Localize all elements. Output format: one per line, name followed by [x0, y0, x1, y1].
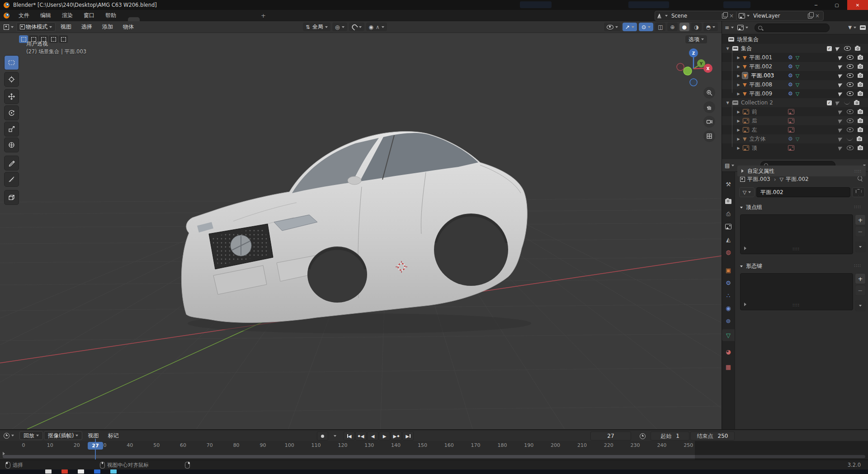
viewport-menu-item[interactable]: 物体 [118, 23, 139, 31]
tool-transform[interactable] [4, 137, 19, 152]
proportional-editing-toggle[interactable]: ◉∧ [366, 23, 387, 31]
select-mode-invert[interactable] [49, 35, 58, 43]
outliner-row-mesh[interactable]: ▶ ▼ 平面.001 ⚙▽ [722, 53, 868, 62]
tab-view-layer[interactable] [722, 221, 735, 232]
expand-icon[interactable]: ▶ [736, 128, 741, 132]
eye-icon[interactable] [847, 128, 854, 132]
pan-hand-icon[interactable] [703, 101, 715, 113]
expand-icon[interactable]: ▶ [736, 83, 741, 87]
viewport-canvas[interactable]: Z Y X [0, 33, 722, 429]
list-expand-icon[interactable] [744, 303, 746, 306]
new-viewlayer-icon[interactable] [808, 14, 812, 19]
eye-icon[interactable] [847, 146, 854, 150]
options-button[interactable]: 选项 [685, 35, 707, 43]
shape-keys-list[interactable]: :::: [740, 273, 853, 310]
add-shape-key-button[interactable]: + [855, 273, 866, 284]
outliner-row-mesh[interactable]: ▶ ▼ 平面.009 ⚙▽ [722, 89, 868, 98]
workspace-tab[interactable] [163, 17, 175, 21]
jump-to-start-button[interactable]: ◀ [344, 431, 355, 441]
expand-icon[interactable]: ▶ [736, 119, 741, 123]
next-keyframe-button[interactable]: ▶◆ [391, 431, 402, 441]
render-visibility-icon[interactable] [858, 146, 863, 150]
tab-constraints[interactable]: ⊚ [722, 315, 735, 327]
tool-scale[interactable] [4, 122, 19, 137]
outliner-row-image[interactable]: ▶ 左 [722, 125, 868, 134]
viewport-menu-item[interactable]: 添加 [97, 23, 118, 31]
overlays-toggle[interactable]: ⊙ [639, 23, 653, 31]
workspace-tab[interactable] [140, 17, 151, 21]
tab-scene[interactable]: ◭ [722, 233, 735, 245]
tab-output[interactable]: ⎙ [722, 208, 735, 220]
workspace-tab[interactable] [175, 17, 187, 21]
render-visibility-icon[interactable] [858, 119, 863, 123]
selectable-icon[interactable] [838, 145, 844, 151]
vertex-groups-list[interactable]: :::: [740, 214, 853, 254]
selectable-icon[interactable] [838, 127, 844, 133]
collapse-icon[interactable]: ▼ [726, 101, 730, 105]
shading-wireframe-button[interactable]: ⊕ [667, 23, 677, 31]
preview-range-clock-icon[interactable] [637, 432, 648, 440]
mode-dropdown[interactable]: 物体模式 [16, 22, 56, 32]
frame-start-field[interactable]: 起始1 [651, 431, 689, 441]
taskbar-app-icon[interactable] [61, 469, 68, 474]
outliner-row-image[interactable]: ▶ 前 [722, 107, 868, 116]
marker-menu[interactable]: 标记 [103, 432, 123, 440]
tool-move[interactable] [4, 89, 19, 104]
expand-icon[interactable]: ▶ [736, 92, 741, 96]
view-menu[interactable]: 视图 [83, 432, 103, 440]
eye-icon[interactable] [847, 109, 854, 114]
panel-vertex-groups[interactable]: 顶点组 [740, 204, 762, 211]
tab-material[interactable]: ◕ [722, 346, 735, 357]
remove-viewlayer-icon[interactable]: × [814, 13, 821, 19]
remove-shape-key-button[interactable]: − [855, 285, 866, 296]
eye-icon[interactable] [847, 73, 854, 78]
tool-cursor[interactable] [4, 72, 19, 87]
viewport-menu-item[interactable]: 选择 [76, 23, 97, 31]
breadcrumb-data[interactable]: 平面.002 [786, 175, 809, 183]
datablock-name-input[interactable]: 平面.002 [756, 187, 850, 197]
render-visibility-icon[interactable] [858, 83, 863, 87]
tool-measure[interactable] [4, 172, 19, 187]
taskbar-app-icon[interactable] [94, 469, 100, 474]
render-visibility-icon[interactable] [858, 74, 863, 78]
render-visibility-icon[interactable] [858, 110, 863, 114]
viewport-3d[interactable]: Z Y X 物体模式 视图选择添加物体 ⇅ 全局 ◎ [0, 21, 722, 429]
vertex-group-specials-button[interactable] [855, 242, 866, 252]
override-shield-icon[interactable] [852, 187, 865, 197]
tab-particles[interactable]: ∴ [722, 289, 735, 301]
minimize-button[interactable]: ─ [806, 0, 826, 10]
play-button[interactable]: ▶ [379, 431, 390, 441]
exclude-checkbox[interactable]: ✓ [827, 46, 832, 51]
tool-select-box[interactable] [4, 55, 19, 70]
display-mode-button[interactable] [737, 25, 748, 30]
workspace-tab[interactable] [187, 17, 198, 21]
workspace-tab[interactable] [128, 17, 140, 21]
filter-button[interactable]: ▼ [848, 25, 856, 30]
outliner-row-collection-2[interactable]: ▼ Collection 2 ✓ [722, 98, 868, 107]
eye-icon[interactable] [847, 64, 854, 69]
outliner-row-image[interactable]: ▶ 后 [722, 116, 868, 125]
viewlayer-selector[interactable]: ViewLayer × [736, 11, 824, 21]
keying-menu[interactable]: 抠像(插帧) [44, 431, 82, 440]
expand-icon[interactable]: ▶ [736, 65, 741, 69]
eye-icon[interactable] [847, 82, 854, 87]
outliner-row-scene-collection[interactable]: 场景集合 [722, 35, 868, 44]
shape-key-specials-button[interactable] [855, 300, 866, 311]
collapse-icon[interactable]: ▼ [726, 47, 730, 51]
tool-add-cube[interactable] [4, 190, 19, 205]
taskbar-app-icon[interactable] [110, 469, 117, 474]
editor-type-button[interactable]: ≡ [725, 25, 734, 30]
tab-world[interactable]: ◍ [722, 246, 735, 258]
outliner-row-collection[interactable]: ▼ 集合 ✓ [722, 44, 868, 53]
outliner-row-image[interactable]: ▶ 顶 [722, 143, 868, 152]
outliner-row-cube[interactable]: ▶ ▼ 立方体 ⚙▽ [722, 134, 868, 143]
workspace-tab[interactable] [210, 17, 222, 21]
auto-keyframe-button[interactable] [317, 431, 328, 441]
pivot-point-dropdown[interactable]: ◎ [332, 23, 347, 31]
tab-object[interactable]: ▣ [722, 264, 735, 276]
tool-rotate[interactable] [4, 105, 19, 120]
tab-physics[interactable]: ◉ [722, 302, 735, 314]
menu-item[interactable]: 窗口 [78, 12, 100, 19]
selectable-icon[interactable] [835, 100, 841, 105]
render-visibility-icon[interactable] [858, 128, 863, 132]
